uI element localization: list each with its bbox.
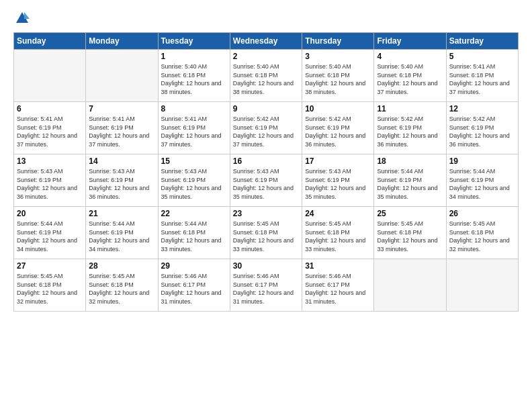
day-number: 27: [17, 261, 83, 271]
header: [13, 11, 519, 26]
day-info: Sunrise: 5:43 AMSunset: 6:19 PMDaylight:…: [89, 167, 154, 201]
day-number: 16: [233, 156, 299, 166]
calendar-cell: 27Sunrise: 5:45 AMSunset: 6:18 PMDayligh…: [14, 259, 86, 312]
day-number: 28: [89, 261, 154, 271]
calendar-cell: 22Sunrise: 5:44 AMSunset: 6:18 PMDayligh…: [158, 207, 230, 259]
day-info: Sunrise: 5:45 AMSunset: 6:18 PMDaylight:…: [449, 220, 515, 253]
week-row-0: 1Sunrise: 5:40 AMSunset: 6:18 PMDaylight…: [14, 50, 519, 102]
calendar-cell: 24Sunrise: 5:45 AMSunset: 6:18 PMDayligh…: [302, 207, 374, 259]
week-row-1: 6Sunrise: 5:41 AMSunset: 6:19 PMDaylight…: [14, 102, 519, 154]
day-info: Sunrise: 5:44 AMSunset: 6:19 PMDaylight:…: [377, 167, 443, 201]
day-info: Sunrise: 5:46 AMSunset: 6:17 PMDaylight:…: [233, 272, 299, 306]
day-number: 17: [305, 156, 371, 166]
day-info: Sunrise: 5:40 AMSunset: 6:18 PMDaylight:…: [161, 62, 227, 96]
day-info: Sunrise: 5:43 AMSunset: 6:19 PMDaylight:…: [233, 167, 299, 201]
svg-marker-1: [24, 12, 30, 19]
day-info: Sunrise: 5:44 AMSunset: 6:19 PMDaylight:…: [449, 167, 515, 201]
day-number: 20: [17, 209, 83, 218]
calendar-cell: 18Sunrise: 5:44 AMSunset: 6:19 PMDayligh…: [374, 154, 446, 207]
week-row-4: 27Sunrise: 5:45 AMSunset: 6:18 PMDayligh…: [14, 259, 519, 312]
day-number: 7: [89, 104, 154, 113]
calendar-cell: [14, 50, 86, 102]
calendar-cell: 31Sunrise: 5:46 AMSunset: 6:17 PMDayligh…: [302, 259, 374, 312]
day-number: 15: [161, 156, 227, 166]
day-number: 18: [377, 156, 443, 166]
calendar-cell: 8Sunrise: 5:41 AMSunset: 6:19 PMDaylight…: [158, 102, 230, 154]
calendar-cell: 6Sunrise: 5:41 AMSunset: 6:19 PMDaylight…: [14, 102, 86, 154]
day-info: Sunrise: 5:42 AMSunset: 6:19 PMDaylight:…: [233, 115, 299, 148]
weekday-header-tuesday: Tuesday: [158, 33, 230, 50]
day-info: Sunrise: 5:45 AMSunset: 6:18 PMDaylight:…: [17, 272, 83, 306]
day-info: Sunrise: 5:44 AMSunset: 6:18 PMDaylight:…: [161, 220, 227, 253]
day-number: 1: [161, 52, 227, 61]
day-info: Sunrise: 5:44 AMSunset: 6:19 PMDaylight:…: [17, 220, 83, 253]
day-number: 14: [89, 156, 154, 166]
day-info: Sunrise: 5:42 AMSunset: 6:19 PMDaylight:…: [449, 115, 515, 148]
day-number: 21: [89, 209, 154, 218]
day-number: 25: [377, 209, 443, 218]
calendar-cell: 26Sunrise: 5:45 AMSunset: 6:18 PMDayligh…: [446, 207, 518, 259]
day-number: 29: [161, 261, 227, 271]
logo: [13, 11, 30, 26]
calendar-cell: 13Sunrise: 5:43 AMSunset: 6:19 PMDayligh…: [14, 154, 86, 207]
calendar-cell: [374, 259, 446, 312]
calendar-cell: 7Sunrise: 5:41 AMSunset: 6:19 PMDaylight…: [86, 102, 158, 154]
calendar-cell: 9Sunrise: 5:42 AMSunset: 6:19 PMDaylight…: [230, 102, 302, 154]
day-number: 10: [305, 104, 371, 113]
day-number: 9: [233, 104, 299, 113]
day-number: 13: [17, 156, 83, 166]
calendar-cell: 5Sunrise: 5:41 AMSunset: 6:18 PMDaylight…: [446, 50, 518, 102]
day-info: Sunrise: 5:42 AMSunset: 6:19 PMDaylight:…: [305, 115, 371, 148]
day-number: 11: [377, 104, 443, 113]
calendar-cell: 12Sunrise: 5:42 AMSunset: 6:19 PMDayligh…: [446, 102, 518, 154]
day-number: 31: [305, 261, 371, 271]
day-number: 24: [305, 209, 371, 218]
day-info: Sunrise: 5:44 AMSunset: 6:19 PMDaylight:…: [89, 220, 154, 253]
day-info: Sunrise: 5:42 AMSunset: 6:19 PMDaylight:…: [377, 115, 443, 148]
day-number: 4: [377, 52, 443, 61]
day-number: 26: [449, 209, 515, 218]
day-info: Sunrise: 5:46 AMSunset: 6:17 PMDaylight:…: [305, 272, 371, 306]
calendar-cell: 30Sunrise: 5:46 AMSunset: 6:17 PMDayligh…: [230, 259, 302, 312]
week-row-3: 20Sunrise: 5:44 AMSunset: 6:19 PMDayligh…: [14, 207, 519, 259]
calendar-cell: 1Sunrise: 5:40 AMSunset: 6:18 PMDaylight…: [158, 50, 230, 102]
day-info: Sunrise: 5:45 AMSunset: 6:18 PMDaylight:…: [89, 272, 154, 306]
weekday-header-row: SundayMondayTuesdayWednesdayThursdayFrid…: [14, 33, 519, 50]
day-info: Sunrise: 5:46 AMSunset: 6:17 PMDaylight:…: [161, 272, 227, 306]
day-number: 30: [233, 261, 299, 271]
day-number: 22: [161, 209, 227, 218]
day-info: Sunrise: 5:41 AMSunset: 6:19 PMDaylight:…: [161, 115, 227, 148]
day-info: Sunrise: 5:45 AMSunset: 6:18 PMDaylight:…: [305, 220, 371, 253]
calendar-table: SundayMondayTuesdayWednesdayThursdayFrid…: [13, 32, 519, 312]
calendar-cell: 21Sunrise: 5:44 AMSunset: 6:19 PMDayligh…: [86, 207, 158, 259]
day-number: 19: [449, 156, 515, 166]
calendar-cell: 10Sunrise: 5:42 AMSunset: 6:19 PMDayligh…: [302, 102, 374, 154]
calendar-cell: 23Sunrise: 5:45 AMSunset: 6:18 PMDayligh…: [230, 207, 302, 259]
calendar-cell: 28Sunrise: 5:45 AMSunset: 6:18 PMDayligh…: [86, 259, 158, 312]
day-info: Sunrise: 5:43 AMSunset: 6:19 PMDaylight:…: [17, 167, 83, 201]
day-info: Sunrise: 5:45 AMSunset: 6:18 PMDaylight:…: [233, 220, 299, 253]
weekday-header-saturday: Saturday: [446, 33, 518, 50]
calendar-cell: 3Sunrise: 5:40 AMSunset: 6:18 PMDaylight…: [302, 50, 374, 102]
day-info: Sunrise: 5:40 AMSunset: 6:18 PMDaylight:…: [233, 62, 299, 96]
calendar-page: SundayMondayTuesdayWednesdayThursdayFrid…: [0, 0, 532, 411]
calendar-cell: 2Sunrise: 5:40 AMSunset: 6:18 PMDaylight…: [230, 50, 302, 102]
calendar-cell: 25Sunrise: 5:45 AMSunset: 6:18 PMDayligh…: [374, 207, 446, 259]
day-number: 12: [449, 104, 515, 113]
calendar-cell: 17Sunrise: 5:43 AMSunset: 6:19 PMDayligh…: [302, 154, 374, 207]
day-number: 6: [17, 104, 83, 113]
day-number: 5: [449, 52, 515, 61]
calendar-cell: 20Sunrise: 5:44 AMSunset: 6:19 PMDayligh…: [14, 207, 86, 259]
calendar-cell: 11Sunrise: 5:42 AMSunset: 6:19 PMDayligh…: [374, 102, 446, 154]
day-number: 2: [233, 52, 299, 61]
day-info: Sunrise: 5:41 AMSunset: 6:18 PMDaylight:…: [449, 62, 515, 96]
day-info: Sunrise: 5:40 AMSunset: 6:18 PMDaylight:…: [305, 62, 371, 96]
day-info: Sunrise: 5:43 AMSunset: 6:19 PMDaylight:…: [161, 167, 227, 201]
day-info: Sunrise: 5:45 AMSunset: 6:18 PMDaylight:…: [377, 220, 443, 253]
calendar-cell: [86, 50, 158, 102]
calendar-cell: 19Sunrise: 5:44 AMSunset: 6:19 PMDayligh…: [446, 154, 518, 207]
day-info: Sunrise: 5:41 AMSunset: 6:19 PMDaylight:…: [17, 115, 83, 148]
day-info: Sunrise: 5:43 AMSunset: 6:19 PMDaylight:…: [305, 167, 371, 201]
day-number: 23: [233, 209, 299, 218]
day-number: 8: [161, 104, 227, 113]
